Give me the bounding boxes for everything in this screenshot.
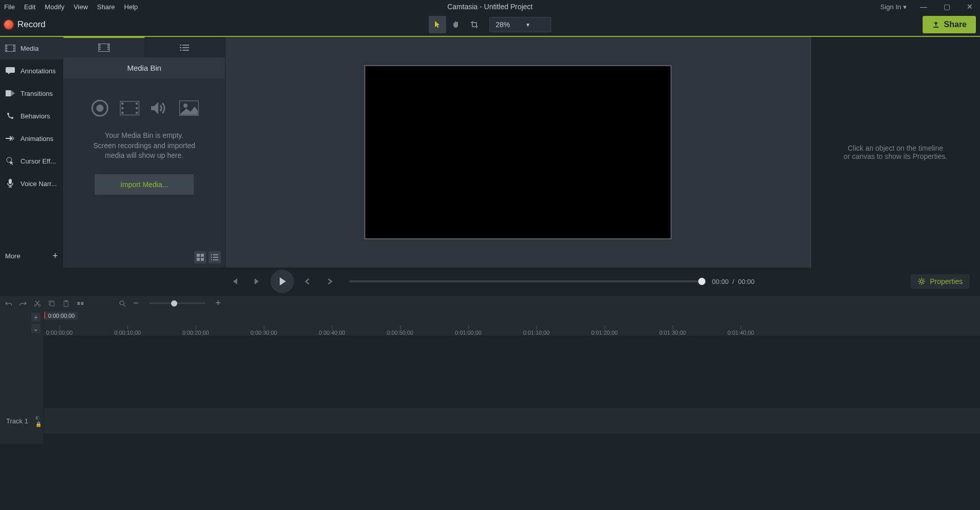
sidebar-item-cursor-effects[interactable]: Cursor Eff... xyxy=(0,150,63,172)
media-bin-title: Media Bin xyxy=(64,57,225,78)
svg-point-47 xyxy=(920,280,923,283)
svg-rect-12 xyxy=(9,179,12,184)
audio-media-icon xyxy=(149,99,170,117)
menu-share[interactable]: Share xyxy=(97,3,115,11)
zoom-fit-button[interactable] xyxy=(119,300,126,307)
crop-tool[interactable] xyxy=(466,16,483,33)
zoom-slider[interactable] xyxy=(149,302,205,304)
track-1-lane[interactable] xyxy=(44,408,980,434)
maximize-button[interactable]: ▢ xyxy=(941,3,953,11)
grid-view-button[interactable] xyxy=(194,251,206,263)
microphone-icon xyxy=(5,179,15,188)
svg-rect-51 xyxy=(50,302,54,306)
ruler-tick: 0:00:20;00 xyxy=(182,330,209,336)
timeline-ruler[interactable]: 0:00:00;00 0:00:00;00 0:00:10;00 0:00:20… xyxy=(44,311,980,336)
menu-items: File Edit Modify View Share Help xyxy=(4,3,138,11)
behaviors-icon xyxy=(5,112,15,120)
signin-button[interactable]: Sign In ▾ xyxy=(881,3,907,11)
zoom-in-button[interactable]: + xyxy=(216,298,221,309)
track-visible-icon[interactable]: ◐ xyxy=(35,415,41,420)
cut-button[interactable] xyxy=(34,300,41,307)
media-tab-library[interactable] xyxy=(144,37,225,57)
menubar: File Edit Modify View Share Help Camtasi… xyxy=(0,0,980,13)
sidebar-item-behaviors[interactable]: Behaviors xyxy=(0,105,63,127)
pointer-tool[interactable] xyxy=(429,16,446,33)
scrubber-handle[interactable] xyxy=(698,278,705,285)
toolbar: Record 28% ▼ Share xyxy=(0,13,980,37)
timeline-tools: − + xyxy=(0,295,980,311)
ruler-tick: 0:01:10;00 xyxy=(523,330,550,336)
record-button[interactable]: Record xyxy=(4,19,46,30)
svg-rect-22 xyxy=(180,47,181,48)
svg-rect-3 xyxy=(6,50,7,51)
sidebar-item-voice-narration[interactable]: Voice Narr... xyxy=(0,172,63,195)
sidebar-label: Transitions xyxy=(20,90,53,97)
media-tab-bin[interactable] xyxy=(64,37,144,57)
canvas-area[interactable] xyxy=(225,37,811,268)
svg-rect-8 xyxy=(6,90,11,96)
sidebar-more-button[interactable]: More + xyxy=(0,244,63,268)
video-media-icon xyxy=(119,99,140,117)
playback-scrubber[interactable] xyxy=(349,280,702,282)
svg-rect-24 xyxy=(180,50,181,51)
menu-edit[interactable]: Edit xyxy=(24,3,35,11)
menu-file[interactable]: File xyxy=(4,3,15,11)
zoom-out-button[interactable]: − xyxy=(133,298,139,309)
paste-button[interactable] xyxy=(62,300,70,307)
menu-modify[interactable]: Modify xyxy=(45,3,64,11)
undo-button[interactable] xyxy=(5,300,12,307)
sidebar-label: Voice Narr... xyxy=(20,180,57,188)
svg-rect-34 xyxy=(136,112,138,114)
sidebar-item-animations[interactable]: Animations xyxy=(0,127,63,150)
svg-rect-54 xyxy=(77,302,80,305)
svg-rect-1 xyxy=(6,46,7,47)
previous-frame-button[interactable] xyxy=(225,272,244,291)
import-media-button[interactable]: Import Media... xyxy=(95,174,194,195)
timeline: + ⌄ Track 1 ◐ 🔒 0:00:00;00 0:00:00;00 0:… xyxy=(0,311,980,444)
svg-rect-53 xyxy=(65,300,67,302)
menu-help[interactable]: Help xyxy=(124,3,138,11)
add-track-button[interactable]: + xyxy=(31,313,40,322)
transitions-icon xyxy=(5,89,15,97)
track-1-header[interactable]: Track 1 ◐ 🔒 xyxy=(0,408,44,434)
sidebar-item-annotations[interactable]: Annotations xyxy=(0,59,63,82)
split-button[interactable] xyxy=(77,300,84,307)
menu-view[interactable]: View xyxy=(74,3,88,11)
timeline-body[interactable]: 0:00:00;00 0:00:00;00 0:00:10;00 0:00:20… xyxy=(44,311,980,444)
copy-button[interactable] xyxy=(48,300,55,307)
svg-rect-29 xyxy=(121,103,123,105)
collapse-tracks-button[interactable]: ⌄ xyxy=(31,324,40,333)
next-frame-button[interactable] xyxy=(248,272,266,291)
svg-rect-21 xyxy=(182,45,189,46)
list-view-button[interactable] xyxy=(208,251,221,263)
sidebar-item-transitions[interactable]: Transitions xyxy=(0,82,63,105)
record-media-icon xyxy=(90,99,110,117)
zoom-slider-handle[interactable] xyxy=(171,300,177,307)
hand-tool[interactable] xyxy=(447,16,465,33)
sidebar-item-media[interactable]: Media xyxy=(0,37,63,59)
ruler-tick: 0:00:30;00 xyxy=(251,330,277,336)
properties-button[interactable]: Properties xyxy=(910,274,970,289)
track-lock-icon[interactable]: 🔒 xyxy=(35,421,41,427)
svg-rect-30 xyxy=(121,107,123,109)
svg-rect-44 xyxy=(213,257,218,258)
share-button[interactable]: Share xyxy=(923,16,976,33)
properties-panel: Click an object on the timeline or canva… xyxy=(811,37,980,268)
ruler-tick: 0:01:30;00 xyxy=(659,330,686,336)
media-icon xyxy=(5,44,15,52)
sidebar: Media Annotations Transitions Behaviors … xyxy=(0,37,64,268)
step-back-button[interactable] xyxy=(298,272,317,291)
redo-button[interactable] xyxy=(19,300,27,307)
svg-rect-17 xyxy=(108,45,109,46)
zoom-dropdown[interactable]: 28% ▼ xyxy=(489,17,552,32)
play-button[interactable] xyxy=(270,270,294,293)
filmstrip-icon xyxy=(98,44,110,52)
list-icon xyxy=(180,44,189,51)
step-forward-button[interactable] xyxy=(321,272,339,291)
sidebar-label: Behaviors xyxy=(20,112,50,120)
svg-rect-42 xyxy=(213,254,218,255)
preview-canvas[interactable] xyxy=(364,65,672,239)
minimize-button[interactable]: — xyxy=(917,3,930,11)
close-button[interactable]: ✕ xyxy=(964,3,976,11)
svg-rect-45 xyxy=(211,259,212,260)
